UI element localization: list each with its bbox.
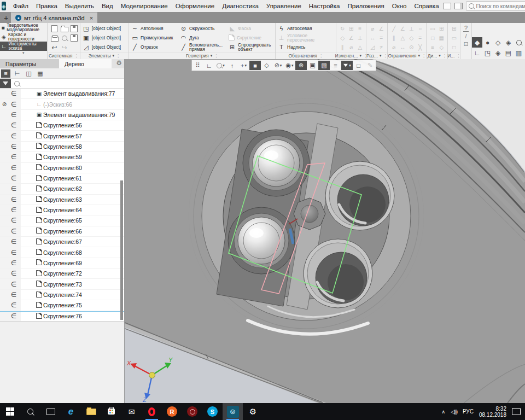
menu-item-2[interactable]: Правка: [32, 1, 61, 11]
camera-icon[interactable]: ◉▾: [284, 61, 295, 70]
save-as-icon[interactable]: [69, 33, 79, 43]
group-handle[interactable]: ⋮: [214, 54, 218, 59]
axes-icon[interactable]: +▾: [238, 61, 249, 70]
taskbar-r-browser-icon[interactable]: R: [162, 403, 182, 420]
document-tab[interactable]: ● мт гбц 4 клапана.m3d ×: [11, 12, 97, 23]
toolset-3[interactable]: ∟Инструменты эскиза: [0, 42, 47, 51]
filter-icon[interactable]: ▾: [341, 61, 353, 70]
caret-down-icon[interactable]: ▾: [418, 54, 420, 58]
doc-icon[interactable]: □: [353, 61, 364, 70]
menu-item-6[interactable]: Оформление: [172, 1, 218, 11]
taskbar-kompas-icon[interactable]: ⊚: [223, 403, 243, 420]
hidden-eye-icon[interactable]: ⊘: [0, 101, 9, 107]
tree-row[interactable]: ∈Скругление:56: [0, 120, 124, 131]
tray-chevron-icon[interactable]: ∧: [441, 409, 445, 415]
menu-item-3[interactable]: Выделить: [61, 1, 98, 11]
caret-down-icon[interactable]: ▾: [439, 54, 441, 58]
print-icon[interactable]: [50, 33, 60, 43]
fraction-icon[interactable]: /: [465, 33, 467, 39]
view-wire-cube[interactable]: ◇: [493, 37, 503, 48]
group-handle[interactable]: ⋮: [319, 54, 323, 59]
view-shading[interactable]: ●: [482, 37, 493, 48]
preview-icon[interactable]: [60, 33, 69, 43]
menu-item-8[interactable]: Управление: [262, 1, 305, 11]
clip-icon[interactable]: ▣: [307, 61, 318, 70]
tree-row[interactable]: ∈▣Элемент выдавливания:77: [0, 89, 124, 99]
section-icon[interactable]: ⊗: [295, 61, 307, 70]
zones-icon[interactable]: ▧: [318, 61, 330, 70]
eye-slash-icon[interactable]: ⊘▾: [272, 61, 284, 70]
elements-button-3[interactable]: ◿[object Object]: [81, 42, 127, 51]
tree-row[interactable]: ∈Скругление:60: [0, 163, 124, 173]
elements-button-1[interactable]: ◳[object Object]: [81, 24, 127, 33]
tab-close-icon[interactable]: ×: [90, 15, 93, 21]
group-handle[interactable]: ⋮: [383, 54, 388, 59]
new-document-icon[interactable]: [50, 24, 60, 33]
taskbar-store-icon[interactable]: [101, 403, 121, 420]
tab-tree[interactable]: Дерево: [59, 59, 112, 68]
tree-toolbar-icon-3[interactable]: ◫: [24, 69, 33, 78]
geometry-button-circle[interactable]: ⊙Окружность: [179, 24, 225, 33]
menu-item-12[interactable]: Справка: [410, 1, 442, 11]
sketch-icon[interactable]: ∟: [203, 61, 215, 70]
clock[interactable]: 8:32 08.12.2018: [479, 406, 506, 418]
tree-row[interactable]: ∈Скругление:62: [0, 184, 124, 194]
caret-down-icon[interactable]: ▾: [113, 54, 115, 58]
tree-row[interactable]: ∈Скругление:69: [0, 258, 124, 269]
toolset-expand-caret[interactable]: ▾: [0, 51, 47, 56]
caret-down-icon[interactable]: ▾: [380, 54, 382, 58]
view-sketch[interactable]: ∟: [472, 48, 482, 58]
layers-icon[interactable]: ≡: [330, 61, 341, 70]
tree-row[interactable]: ⊘∈∟(-)Эскиз:66: [0, 99, 124, 109]
taskbar-task-view-icon[interactable]: [40, 403, 61, 420]
help-icon[interactable]: ?: [463, 25, 469, 32]
toolset-1[interactable]: ■Твердотельное моделирование: [0, 23, 47, 32]
view-iso-cube[interactable]: ◆: [472, 37, 482, 48]
taskbar-skype-icon[interactable]: S: [202, 403, 223, 420]
geometry-button-project[interactable]: ⊞Спроецировать объект: [228, 42, 274, 51]
tree-row[interactable]: ∈Скругление:63: [0, 195, 124, 205]
tree-row[interactable]: ∈Скругление:64: [0, 205, 124, 215]
group-handle[interactable]: ⋮: [116, 54, 120, 59]
caret-down-icon[interactable]: ▾: [211, 54, 213, 58]
tree-row[interactable]: ∈Скругление:66: [0, 226, 124, 237]
save-icon[interactable]: [69, 24, 79, 33]
notation-button-3[interactable]: TНадпись: [277, 42, 335, 51]
geometry-button-auxline[interactable]: ╱Вспомогатель... прямая: [179, 42, 225, 51]
language-indicator[interactable]: РУС: [463, 409, 474, 415]
group-handle[interactable]: ⋮: [74, 54, 78, 59]
taskbar-explorer-icon[interactable]: [81, 403, 101, 420]
menu-item-7[interactable]: Диагностика: [218, 1, 262, 11]
geometry-button-segment[interactable]: ╱Отрезок: [130, 42, 177, 51]
tree-row[interactable]: ∈Скругление:72: [0, 269, 124, 279]
menu-item-4[interactable]: Вид: [98, 1, 117, 11]
tree-toolbar-icon-2[interactable]: ⊢: [13, 69, 22, 78]
view-save[interactable]: ▤: [503, 48, 514, 58]
tree-row[interactable]: ∈Скругление:68: [0, 247, 124, 258]
undo-icon[interactable]: ↩: [50, 43, 60, 52]
taskbar-settings-icon[interactable]: ⚙: [243, 403, 263, 420]
fit-icon[interactable]: ⊡: [464, 40, 469, 48]
elements-button-2[interactable]: ▣[object Object]: [81, 33, 127, 42]
taskbar-red-app-icon[interactable]: [182, 403, 202, 420]
tree-row[interactable]: ∈Скругление:75: [0, 300, 124, 311]
notification-icon[interactable]: [512, 408, 521, 415]
menu-item-9[interactable]: Настройка: [305, 1, 344, 11]
notation-button-1[interactable]: ϟАвтоосевая: [277, 24, 335, 33]
group-handle[interactable]: ⋮: [422, 54, 426, 59]
menu-item-1[interactable]: Файл: [9, 1, 32, 11]
tree-toolbar-icon-4[interactable]: ▦: [36, 69, 45, 78]
tree-row[interactable]: ∈Скругление:73: [0, 279, 124, 289]
tree-toolbar-icon-1[interactable]: ≡: [1, 69, 10, 78]
speaker-icon[interactable]: ◁))): [451, 409, 457, 415]
tree-row[interactable]: ∈Скругление:61: [0, 173, 124, 184]
gear-icon[interactable]: ⚙: [114, 59, 124, 68]
tree-row[interactable]: ∈Скругление:65: [0, 215, 124, 226]
menu-item-10[interactable]: Приложения: [343, 1, 388, 11]
taskbar-start-icon[interactable]: [0, 403, 20, 420]
tree-row[interactable]: ∈Скругление:58: [0, 142, 124, 152]
tree-row[interactable]: ∈Скругление:76: [0, 311, 124, 322]
zoom-icon[interactable]: ▾: [215, 61, 226, 70]
taskbar-opera-icon[interactable]: [142, 403, 162, 420]
new-tab-button[interactable]: +: [1, 13, 11, 23]
